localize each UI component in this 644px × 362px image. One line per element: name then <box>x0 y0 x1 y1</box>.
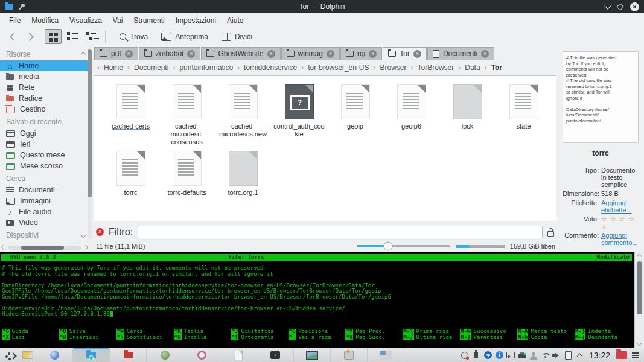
clock[interactable]: 13:22 <box>585 351 614 360</box>
tab-tor[interactable]: Tor <box>383 47 427 60</box>
menu-vai[interactable]: Vai <box>107 16 128 25</box>
terminal-scroll-thumb[interactable] <box>637 261 642 314</box>
task-image-viewer[interactable] <box>294 348 331 362</box>
close-tab-icon[interactable] <box>187 50 195 58</box>
maximize-icon[interactable] <box>616 3 624 11</box>
breadcrumb-item-puntoinformatico[interactable]: puntoinformatico <box>179 63 233 72</box>
sidebar-item-video[interactable]: Video <box>0 217 92 228</box>
menu-aiuto[interactable]: Aiuto <box>222 16 249 25</box>
breadcrumb-item-torbrowser[interactable]: TorBrowser <box>418 63 454 72</box>
file-cached-microdesc-consensus[interactable]: cached-microdesc-consensus <box>159 84 215 146</box>
sidebar-item-rete[interactable]: Rete <box>0 82 92 93</box>
tray-info-badge[interactable] <box>494 348 505 362</box>
task-ring-app[interactable] <box>183 348 220 362</box>
icons-view-button[interactable] <box>45 29 62 44</box>
menu-impostazioni[interactable]: Impostazioni <box>170 16 222 25</box>
scroll-down-icon[interactable] <box>637 341 642 346</box>
panel-menu-button[interactable] <box>630 348 642 362</box>
tab-zorbabot[interactable]: zorbabot <box>139 47 201 60</box>
close-tab-icon[interactable] <box>369 50 377 58</box>
lock-icon[interactable] <box>547 231 554 237</box>
close-tab-icon[interactable] <box>327 50 334 58</box>
sidebar-item-documenti[interactable]: Documenti <box>0 185 92 195</box>
find-button[interactable]: Trova <box>113 33 155 41</box>
task-browser-orb[interactable] <box>36 348 73 362</box>
scroll-thumb[interactable] <box>21 246 64 250</box>
task-password-manager[interactable] <box>331 348 368 362</box>
breadcrumb-item-home[interactable]: Home <box>104 63 123 72</box>
sidebar-item-oggi[interactable]: Oggi <box>0 128 92 139</box>
add-value-link[interactable]: Aggiungi commento... <box>601 232 639 246</box>
breadcrumb-item-browser[interactable]: Browser <box>380 63 407 72</box>
sidebar-item-questo-mese[interactable]: Questo mese <box>0 150 92 160</box>
breadcrumb-item-torhiddenservice[interactable]: torhiddenservice <box>244 63 297 72</box>
file-state[interactable]: state <box>496 84 552 146</box>
task-folder-red-app[interactable] <box>110 348 147 362</box>
zoom-slider-handle[interactable] <box>384 242 393 251</box>
close-tab-icon[interactable] <box>481 50 489 58</box>
file-torrc-org-1[interactable]: torrc.org.1 <box>215 151 271 197</box>
minimize-icon[interactable] <box>604 2 611 9</box>
menu-strumenti[interactable]: Strumenti <box>128 16 170 25</box>
sidebar-item-media[interactable]: media <box>0 71 92 82</box>
file-view[interactable]: cached-certscached-microdesc-consensusca… <box>94 75 556 221</box>
tab-ghostwebsite[interactable]: GhostWebsite <box>201 47 280 60</box>
tray-user[interactable] <box>528 348 540 362</box>
tray-caret-up[interactable] <box>574 348 585 362</box>
close-icon[interactable] <box>630 2 639 11</box>
file-geoip6[interactable]: geoip6 <box>383 84 439 146</box>
tray-hp[interactable] <box>482 348 494 362</box>
sidebar-item-radice[interactable]: Radice <box>0 93 92 104</box>
nano-terminal[interactable]: GNU nano 2.5.3 File: torrc Modificato # … <box>0 252 644 348</box>
tray-wifi[interactable] <box>540 348 551 362</box>
scroll-up-icon[interactable] <box>637 254 642 259</box>
tray-clipboard[interactable] <box>563 348 574 362</box>
compact-view-button[interactable] <box>64 29 80 43</box>
terminal-scrollbar[interactable] <box>634 252 644 348</box>
task-globe-app[interactable] <box>147 348 183 362</box>
scroll-track[interactable] <box>8 246 81 250</box>
breadcrumb-item-tor[interactable]: Tor <box>491 63 502 72</box>
sidebar-horizontal-scrollbar[interactable] <box>2 244 88 250</box>
app-launcher-button[interactable] <box>2 348 19 362</box>
task-pager[interactable] <box>368 348 404 362</box>
back-button[interactable] <box>10 32 18 40</box>
sidebar-vertical-scrollbar[interactable] <box>88 49 92 239</box>
scroll-left-icon[interactable] <box>1 245 6 250</box>
menu-file[interactable]: File <box>4 16 26 25</box>
breadcrumb-item-data[interactable]: Data <box>465 63 480 72</box>
rating-stars[interactable]: ☆ ☆ ☆ ☆ ☆ <box>601 215 639 230</box>
task-dolphin[interactable] <box>73 348 110 362</box>
menu-modifica[interactable]: Modifica <box>26 16 64 25</box>
close-tab-icon[interactable] <box>125 50 133 58</box>
details-view-button[interactable] <box>82 29 98 43</box>
chevron-down-icon[interactable] <box>81 233 86 238</box>
sidebar-item-home[interactable]: Home <box>0 60 88 71</box>
task-konsole[interactable] <box>257 348 294 362</box>
chevron-up-icon[interactable] <box>81 52 86 57</box>
tab-documenti[interactable]: Documenti <box>427 47 494 60</box>
add-value-link[interactable]: Aggiungi etichette... <box>601 199 639 214</box>
tab-winmag[interactable]: winmag <box>281 47 340 60</box>
desktop-preview-button[interactable] <box>19 348 36 362</box>
close-filter-icon[interactable] <box>96 228 104 236</box>
tray-volume[interactable] <box>551 348 563 362</box>
tray-screenshot[interactable] <box>505 348 517 362</box>
file-control-auth-cookie[interactable]: control_auth_cookie <box>271 84 327 146</box>
file-lock[interactable]: lock <box>439 84 496 146</box>
menu-visualizza[interactable]: Visualizza <box>64 16 107 25</box>
close-tab-icon[interactable] <box>413 50 421 58</box>
sidebar-item-cestino[interactable]: Cestino <box>0 104 92 115</box>
preview-button[interactable]: Anteprima <box>155 33 215 41</box>
sidebar-item-mese-scorso[interactable]: Mese scorso <box>0 160 92 171</box>
task-document-app[interactable] <box>220 348 257 362</box>
breadcrumb-item-tor-browser-en-us[interactable]: tor-browser_en-US <box>308 63 369 72</box>
tab-rqi[interactable]: rqi <box>340 47 382 60</box>
tab-pdf[interactable]: pdf <box>94 47 138 60</box>
file-cached-certs[interactable]: cached-certs <box>103 84 159 146</box>
forward-button[interactable] <box>25 32 34 40</box>
tray-update[interactable] <box>459 348 471 362</box>
zoom-slider[interactable] <box>357 245 450 247</box>
scroll-right-icon[interactable] <box>83 245 88 250</box>
split-button[interactable]: Dividi <box>215 33 259 41</box>
